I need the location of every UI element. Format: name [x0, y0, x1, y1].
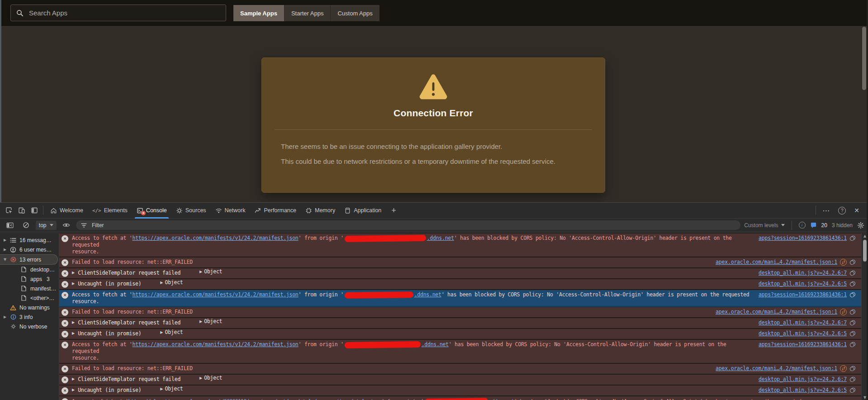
stack-icon[interactable]	[849, 281, 856, 287]
sidebar-item-warnings[interactable]: No warnings	[0, 303, 59, 312]
sidebar-item-user-messages[interactable]: ▶ 6 user mes…	[0, 245, 59, 254]
sidebar-item-file-manifest[interactable]: manifest…	[0, 284, 59, 293]
help-icon[interactable]: ?	[838, 207, 846, 214]
stack-icon[interactable]	[849, 320, 856, 326]
console-error-row[interactable]: ✕ ▶ ClientSideTemplator request failed▶O…	[59, 375, 861, 386]
sidebar-item-all-messages[interactable]: ▶ 16 messag…	[0, 235, 59, 245]
sidebar-item-errors[interactable]: ▼ 13 errors	[0, 254, 58, 265]
tab-custom-apps[interactable]: Custom Apps	[331, 5, 379, 21]
console-error-row[interactable]: ✕ Failed to load resource: net::ERR_FAIL…	[59, 257, 861, 268]
source-link[interactable]: apex.oracle.com/mani…4.2/manifest.json:1	[716, 365, 837, 372]
device-toolbar-icon[interactable]	[15, 205, 28, 216]
tab-elements[interactable]: </> Elements	[88, 203, 132, 219]
clear-console-icon[interactable]	[19, 219, 32, 231]
expand-icon[interactable]: ▶	[160, 329, 163, 336]
issues-bubble-icon[interactable]	[810, 222, 817, 229]
stack-icon[interactable]	[849, 342, 856, 348]
network-request-icon[interactable]	[840, 259, 847, 266]
expand-icon[interactable]: ▶	[72, 386, 75, 393]
origin-link[interactable]: .ddns.net	[422, 341, 449, 348]
object-preview[interactable]: ▶Object	[199, 268, 222, 276]
object-preview[interactable]: ▶Object	[199, 375, 222, 382]
context-selector[interactable]: top	[36, 221, 57, 230]
sidebar-item-file-apps[interactable]: apps 3	[0, 274, 59, 284]
dock-side-icon[interactable]	[28, 205, 41, 216]
stack-icon[interactable]	[849, 270, 856, 276]
source-link[interactable]: desktop_all.min.js?v=24.2.6:7	[759, 319, 847, 326]
console-error-row[interactable]: ✕ ▶ ClientSideTemplator request failed▶O…	[59, 268, 861, 279]
tab-console[interactable]: ✕ Console	[132, 203, 171, 219]
url-link[interactable]: https://apex.oracle.com/manifests/v1/24.…	[132, 235, 298, 241]
stack-icon[interactable]	[849, 366, 856, 371]
stack-icon[interactable]	[849, 376, 856, 382]
source-link[interactable]: desktop_all.min.js?v=24.2.6:5	[759, 281, 847, 287]
console-error-row[interactable]: ✕ ▶ Uncaught (in promise)▶Object desktop…	[59, 386, 861, 396]
console-filter-box[interactable]	[76, 220, 740, 230]
network-request-icon[interactable]	[840, 309, 847, 315]
console-scrollbar-thumb[interactable]	[863, 240, 867, 262]
console-error-row[interactable]: ✕ Access to fetch at 'https://apex.oracl…	[59, 340, 861, 364]
page-scrollbar[interactable]	[862, 26, 867, 202]
custom-levels-dropdown[interactable]: Custom levels	[744, 222, 784, 229]
expand-icon[interactable]: ▶	[72, 280, 75, 287]
info-icon[interactable]: i	[799, 222, 806, 229]
close-devtools-icon[interactable]: ✕	[850, 207, 863, 214]
url-link[interactable]: https://apex.oracle.com/manifests/v1/24.…	[132, 341, 298, 348]
console-error-row[interactable]: ✕ ▶ ClientSideTemplator request failed▶O…	[59, 318, 861, 329]
search-input[interactable]	[28, 9, 220, 17]
source-link[interactable]: apex.oracle.com/mani…4.2/manifest.json:1	[716, 259, 837, 266]
tab-sample-apps[interactable]: Sample Apps	[233, 5, 285, 21]
stack-icon[interactable]	[849, 309, 856, 315]
expand-icon[interactable]: ▶	[72, 376, 75, 382]
expand-icon[interactable]: ▶	[4, 248, 9, 252]
expand-icon[interactable]: ▶	[160, 386, 163, 392]
sidebar-item-info[interactable]: ▶ 3 info	[0, 312, 59, 322]
tab-memory[interactable]: Memory	[301, 203, 340, 219]
console-error-row[interactable]: ✕ Access to fetch at 'https://apex.oracl…	[59, 233, 861, 257]
tab-starter-apps[interactable]: Starter Apps	[285, 5, 331, 21]
sidebar-item-file-other[interactable]: <other>…	[0, 293, 59, 303]
stack-icon[interactable]	[849, 331, 856, 337]
expand-icon[interactable]: ▶	[199, 375, 202, 381]
network-request-icon[interactable]	[840, 365, 847, 372]
stack-icon[interactable]	[849, 387, 856, 393]
stack-icon[interactable]	[849, 292, 856, 298]
console-error-row[interactable]: ✕ Failed to load resource: net::ERR_FAIL…	[59, 364, 861, 375]
source-link[interactable]: desktop_all.min.js?v=24.2.6:7	[759, 270, 847, 276]
collapse-icon[interactable]: ▼	[4, 257, 9, 262]
tab-network[interactable]: Network	[211, 203, 250, 219]
tab-sources[interactable]: Sources	[171, 203, 211, 219]
console-settings-gear-icon[interactable]	[857, 222, 864, 229]
tab-performance[interactable]: Performance	[250, 203, 301, 219]
expand-icon[interactable]: ▶	[72, 269, 75, 276]
console-sidebar-toggle-icon[interactable]	[4, 219, 16, 231]
object-preview[interactable]: ▶Object	[160, 386, 183, 393]
stack-icon[interactable]	[849, 259, 856, 265]
source-link[interactable]: desktop_all.min.js?v=24.2.6:5	[759, 330, 847, 337]
console-error-row[interactable]: ✕ ▶ Uncaught (in promise)▶Object desktop…	[59, 279, 861, 290]
origin-link[interactable]: .ddns.net	[489, 398, 514, 400]
console-error-row[interactable]: ✕ Access to fetch at 'https://elocation.…	[59, 396, 861, 400]
page-scrollbar-thumb[interactable]	[862, 27, 866, 90]
source-link[interactable]: desktop_all.min.js?v=24.2.6:5	[759, 387, 847, 394]
sidebar-item-file-desktop[interactable]: desktop…	[0, 265, 59, 274]
tab-application[interactable]: Application	[340, 203, 386, 219]
hidden-messages-label[interactable]: 3 hidden	[832, 222, 853, 229]
object-preview[interactable]: ▶Object	[199, 318, 222, 325]
expand-icon[interactable]: ▶	[4, 238, 9, 242]
tab-welcome[interactable]: Welcome	[46, 203, 88, 219]
console-error-row[interactable]: ✕ ▶ Uncaught (in promise)▶Object desktop…	[59, 329, 861, 340]
more-tabs-button[interactable]: +	[386, 206, 402, 215]
search-box[interactable]	[10, 5, 226, 21]
expand-icon[interactable]: ▶	[199, 318, 202, 325]
expand-icon[interactable]: ▶	[4, 315, 9, 319]
url-link[interactable]: https://apex.oracle.com/manifests/v1/24.…	[132, 291, 298, 298]
more-options-icon[interactable]: ⋯	[818, 206, 834, 215]
expand-icon[interactable]: ▶	[199, 268, 202, 275]
source-link[interactable]: apps?session=16169233861436:1	[759, 341, 847, 348]
expand-icon[interactable]: ▶	[160, 279, 163, 286]
url-link[interactable]: https://elocation.oracle.com/appidGC0001…	[128, 398, 381, 400]
object-preview[interactable]: ▶Object	[160, 329, 183, 336]
origin-link[interactable]: .ddns.net	[427, 235, 454, 241]
console-error-row-selected[interactable]: ✕ Access to fetch at 'https://apex.oracl…	[59, 290, 861, 307]
